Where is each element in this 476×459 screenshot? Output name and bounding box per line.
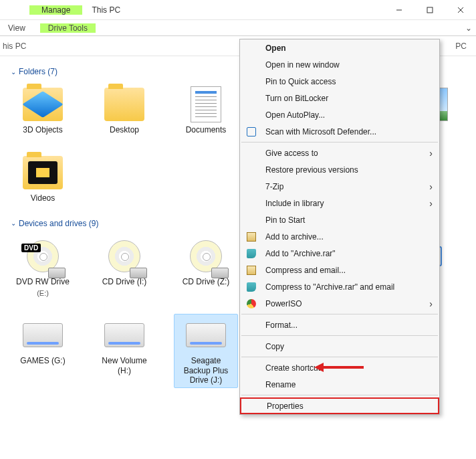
manage-label: Manage [41, 5, 70, 15]
context-menu: OpenOpen in new windowPin to Quick acces… [239, 39, 440, 415]
menu-item-pin-to-start[interactable]: Pin to Start [240, 211, 439, 228]
menu-item-label: Compress and email... [265, 266, 346, 275]
maximize-button[interactable] [414, 0, 445, 20]
item-label: Documents [177, 125, 235, 134]
menu-item-open-in-new-window[interactable]: Open in new window [240, 56, 439, 73]
menu-separator [241, 395, 438, 395]
folder-3d-objects[interactable]: 3D Objects [11, 83, 75, 138]
menu-item-restore-previous-versions[interactable]: Restore previous versions [240, 161, 439, 178]
hdd-icon [23, 323, 63, 347]
item-label: New Volume (H:) [96, 356, 153, 375]
folder-documents[interactable]: Documents [174, 83, 238, 138]
breadcrumb-location: his PC [3, 41, 26, 51]
menu-item-7-zip[interactable]: 7-Zip [240, 178, 439, 195]
defender-icon [245, 126, 257, 138]
archive-icon [245, 231, 257, 243]
ribbon-tabs: View Drive Tools ⌄ [0, 20, 476, 36]
breadcrumb-right: PC [455, 41, 467, 51]
drive-icon [130, 268, 147, 278]
menu-item-label: Give access to [265, 149, 318, 158]
menu-item-turn-on-bitlocker[interactable]: Turn on BitLocker [240, 90, 439, 106]
item-label: Videos [14, 193, 72, 203]
books-icon [245, 248, 257, 260]
poweriso-icon [245, 298, 257, 310]
dvd-badge: DVD [21, 244, 41, 252]
item-label: CD Drive (Z:) [177, 277, 235, 286]
menu-item-copy[interactable]: Copy [240, 338, 439, 355]
menu-item-label: Restore previous versions [265, 165, 358, 175]
drive-seagate-backup[interactable]: Seagate Backup Plus Drive (J:) [174, 314, 238, 388]
menu-item-give-access-to[interactable]: Give access to [240, 145, 439, 161]
menu-item-label: Add to archive... [265, 232, 324, 242]
menu-item-scan-with-microsoft-defender[interactable]: Scan with Microsoft Defender... [240, 123, 439, 140]
menu-item-label: Properties [267, 401, 304, 411]
menu-item-label: Format... [265, 320, 298, 330]
annotation-arrow [314, 363, 364, 372]
window-title: This PC [92, 5, 120, 15]
menu-item-open[interactable]: Open [240, 39, 439, 56]
menu-item-label: Open [265, 43, 286, 53]
menu-item-compress-and-email[interactable]: Compress and email... [240, 262, 439, 278]
cube-icon [23, 88, 63, 121]
folder-icon [104, 88, 144, 121]
menu-item-properties[interactable]: Properties [240, 397, 439, 414]
books-icon [245, 281, 257, 293]
menu-item-label: Copy [265, 342, 284, 351]
folder-desktop[interactable]: Desktop [92, 83, 156, 138]
menu-separator [241, 142, 438, 143]
drive-icon [211, 268, 229, 278]
ribbon-collapse-icon[interactable]: ⌄ [465, 23, 472, 33]
menu-item-label: Scan with Microsoft Defender... [265, 127, 376, 136]
menu-separator [241, 335, 438, 336]
drive-cd-i[interactable]: CD Drive (I:) [92, 235, 156, 300]
menu-item-label: Add to "Archive.rar" [265, 249, 336, 258]
menu-item-format[interactable]: Format... [240, 316, 439, 333]
close-button[interactable] [445, 0, 476, 20]
menu-item-label: Include in library [265, 199, 324, 208]
menu-item-label: Open AutoPlay... [265, 110, 325, 120]
menu-item-compress-to-archive-rar-and-email[interactable]: Compress to "Archive.rar" and email [240, 278, 439, 295]
tab-view[interactable]: View [0, 23, 33, 33]
manage-contextual-tab[interactable]: Manage [29, 5, 82, 15]
menu-item-rename[interactable]: Rename [240, 376, 439, 393]
menu-item-pin-to-quick-access[interactable]: Pin to Quick access [240, 73, 439, 90]
item-label: GAMES (G:) [14, 356, 72, 365]
menu-item-label: Create shortcut [265, 363, 320, 373]
folder-videos[interactable]: Videos [11, 151, 75, 206]
item-sublabel: (E:) [37, 289, 49, 297]
menu-item-poweriso[interactable]: PowerISO [240, 295, 439, 312]
archive-icon [245, 264, 257, 276]
drive-games[interactable]: GAMES (G:) [11, 314, 75, 388]
document-icon [191, 86, 221, 122]
hdd-icon [186, 323, 226, 347]
folder-icon [23, 156, 63, 189]
titlebar: Manage This PC [0, 0, 476, 20]
drive-dvd-rw[interactable]: DVD DVD RW Drive (E:) [11, 235, 75, 300]
drive-new-volume[interactable]: New Volume (H:) [92, 314, 156, 388]
minimize-button[interactable] [384, 0, 414, 20]
menu-item-include-in-library[interactable]: Include in library [240, 195, 439, 211]
menu-item-label: Turn on BitLocker [265, 94, 328, 103]
window-controls [384, 0, 476, 20]
menu-item-label: Rename [265, 380, 295, 389]
item-label: 3D Objects [14, 125, 72, 134]
menu-item-add-to-archive[interactable]: Add to archive... [240, 228, 439, 245]
menu-separator [241, 314, 438, 314]
menu-item-label: Pin to Start [265, 215, 305, 225]
menu-separator [241, 357, 438, 357]
menu-item-label: Compress to "Archive.rar" and email [265, 282, 394, 292]
menu-item-label: PowerISO [265, 299, 302, 308]
menu-item-label: Pin to Quick access [265, 77, 336, 86]
item-label: CD Drive (I:) [96, 277, 153, 286]
item-label: Seagate Backup Plus Drive (J:) [177, 356, 235, 385]
chevron-down-icon: ⌄ [11, 219, 16, 227]
chevron-down-icon: ⌄ [11, 68, 16, 76]
tab-drive-tools[interactable]: Drive Tools [40, 23, 96, 33]
menu-item-label: Open in new window [265, 60, 340, 70]
menu-item-open-autoplay[interactable]: Open AutoPlay... [240, 106, 439, 123]
drive-icon [48, 268, 66, 278]
svg-rect-1 [427, 7, 433, 13]
drive-cd-z[interactable]: CD Drive (Z:) [174, 235, 238, 300]
menu-item-add-to-archive-rar[interactable]: Add to "Archive.rar" [240, 245, 439, 262]
item-label: DVD RW Drive [14, 277, 72, 286]
